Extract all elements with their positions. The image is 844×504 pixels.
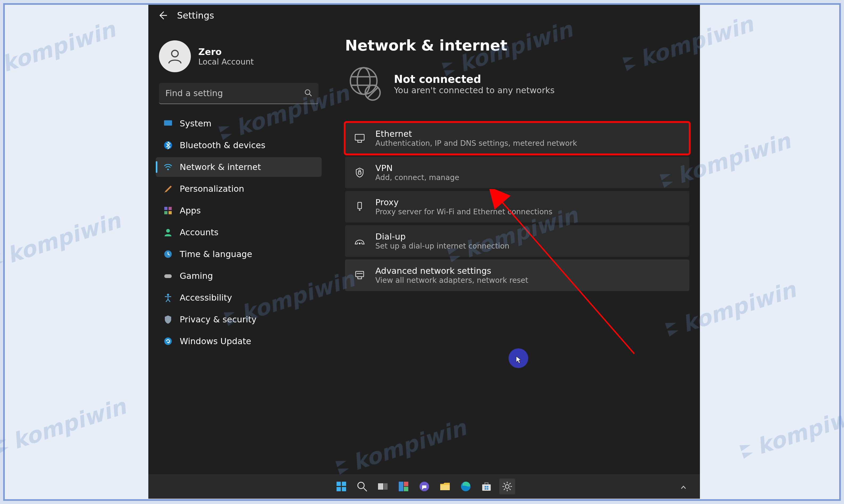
svg-point-36 bbox=[167, 294, 169, 296]
svg-rect-43 bbox=[358, 202, 362, 209]
watermark-text: kompiwin bbox=[9, 394, 129, 454]
svg-point-44 bbox=[359, 243, 360, 244]
svg-marker-22 bbox=[739, 442, 751, 451]
svg-point-52 bbox=[358, 482, 364, 489]
nav-item-accounts[interactable]: Accounts bbox=[156, 222, 322, 242]
nav-item-system[interactable]: System bbox=[156, 114, 322, 133]
ethernet-icon bbox=[354, 132, 366, 144]
row-vpn[interactable]: VPN Add, connect, manage bbox=[345, 157, 689, 188]
person-icon bbox=[163, 228, 173, 237]
svg-marker-23 bbox=[742, 449, 754, 458]
account-name: Zero bbox=[198, 47, 254, 57]
svg-marker-4 bbox=[0, 436, 7, 446]
nav-label: Bluetooth & devices bbox=[180, 140, 265, 150]
grid-icon bbox=[163, 206, 173, 215]
shield-icon bbox=[163, 315, 173, 324]
sidebar: Zero Local Account System Bluetooth & de… bbox=[154, 34, 324, 353]
svg-rect-42 bbox=[358, 172, 361, 174]
svg-point-38 bbox=[350, 68, 377, 94]
nav-item-time[interactable]: Time & language bbox=[156, 244, 322, 264]
svg-rect-59 bbox=[440, 485, 450, 490]
row-sub: Proxy server for Wi-Fi and Ethernet conn… bbox=[375, 208, 681, 216]
nav-item-network[interactable]: Network & internet bbox=[156, 157, 322, 177]
svg-marker-3 bbox=[0, 258, 4, 267]
row-sub: Set up a dial-up internet connection bbox=[375, 242, 681, 250]
taskbar-tray-chevron-icon[interactable] bbox=[680, 484, 687, 492]
svg-marker-2 bbox=[0, 251, 2, 260]
taskbar-search-icon[interactable] bbox=[354, 479, 370, 494]
taskbar-widgets-icon[interactable] bbox=[396, 479, 412, 494]
accessibility-icon bbox=[163, 293, 173, 303]
nav-label: Accessibility bbox=[180, 293, 232, 303]
taskbar-edge-icon[interactable] bbox=[458, 479, 474, 494]
watermark-text: kompiwin bbox=[754, 399, 844, 459]
search-input[interactable] bbox=[165, 88, 304, 98]
proxy-icon bbox=[354, 201, 366, 213]
nav-item-accessibility[interactable]: Accessibility bbox=[156, 288, 322, 307]
svg-rect-49 bbox=[342, 482, 346, 486]
svg-rect-57 bbox=[404, 487, 408, 491]
taskbar-start-icon[interactable] bbox=[333, 479, 349, 494]
nav-item-apps[interactable]: Apps bbox=[156, 201, 322, 220]
taskbar-taskview-icon[interactable] bbox=[375, 479, 391, 494]
nav-item-update[interactable]: Windows Update bbox=[156, 331, 322, 351]
brush-icon bbox=[163, 184, 173, 194]
search-box[interactable] bbox=[159, 83, 318, 104]
nav-label: Network & internet bbox=[180, 162, 261, 172]
svg-point-24 bbox=[172, 50, 178, 57]
row-ethernet[interactable]: Ethernet Authentication, IP and DNS sett… bbox=[345, 122, 689, 154]
nav-label: Time & language bbox=[180, 249, 252, 259]
gamepad-icon bbox=[163, 271, 173, 281]
nav-item-gaming[interactable]: Gaming bbox=[156, 266, 322, 286]
main-panel: Network & internet Not connected You are… bbox=[345, 37, 689, 294]
row-title: Dial-up bbox=[375, 232, 681, 242]
svg-rect-50 bbox=[337, 487, 341, 491]
svg-rect-31 bbox=[164, 211, 168, 214]
svg-rect-29 bbox=[164, 207, 168, 210]
row-dialup[interactable]: Dial-up Set up a dial-up internet connec… bbox=[345, 225, 689, 257]
network-status: Not connected You aren't connected to an… bbox=[345, 65, 689, 103]
svg-point-37 bbox=[164, 338, 172, 345]
cursor-icon bbox=[516, 356, 522, 364]
taskbar-chat-icon[interactable] bbox=[416, 479, 432, 494]
nav-label: Windows Update bbox=[180, 336, 251, 346]
nav-label: Accounts bbox=[180, 227, 219, 237]
nav-item-privacy[interactable]: Privacy & security bbox=[156, 310, 322, 329]
svg-point-25 bbox=[305, 90, 310, 94]
nav-label: Gaming bbox=[180, 271, 213, 281]
watermark-text: kompiwin bbox=[4, 208, 124, 268]
clock-icon bbox=[163, 249, 173, 259]
svg-rect-64 bbox=[485, 488, 486, 490]
avatar-icon bbox=[159, 40, 191, 72]
app-title: Settings bbox=[177, 10, 214, 21]
svg-rect-53 bbox=[378, 483, 383, 490]
svg-rect-48 bbox=[337, 482, 341, 486]
svg-rect-55 bbox=[399, 482, 403, 491]
taskbar bbox=[148, 474, 700, 499]
nav-item-personalization[interactable]: Personalization bbox=[156, 179, 322, 199]
row-advanced[interactable]: Advanced network settings View all netwo… bbox=[345, 259, 689, 291]
svg-rect-56 bbox=[404, 482, 408, 486]
monitor-icon bbox=[163, 119, 173, 128]
taskbar-explorer-icon[interactable] bbox=[437, 479, 453, 494]
taskbar-settings-icon[interactable] bbox=[499, 479, 515, 494]
account-block[interactable]: Zero Local Account bbox=[154, 34, 324, 83]
svg-point-39 bbox=[357, 68, 370, 94]
nav-item-bluetooth[interactable]: Bluetooth & devices bbox=[156, 136, 322, 155]
svg-rect-45 bbox=[356, 271, 364, 277]
svg-rect-63 bbox=[487, 486, 488, 488]
page-frame: kompiwin kompiwin kompiwin kompiwin komp… bbox=[3, 3, 841, 501]
svg-rect-35 bbox=[164, 274, 172, 278]
network-adapter-icon bbox=[354, 269, 366, 282]
svg-rect-26 bbox=[164, 120, 172, 126]
nav-label: System bbox=[180, 119, 211, 128]
svg-point-33 bbox=[166, 229, 170, 233]
svg-point-66 bbox=[505, 485, 509, 488]
window-topbar: Settings bbox=[148, 5, 700, 26]
settings-window: Settings Zero Local Account bbox=[148, 5, 700, 499]
taskbar-store-icon[interactable] bbox=[479, 479, 495, 494]
row-proxy[interactable]: Proxy Proxy server for Wi-Fi and Etherne… bbox=[345, 191, 689, 222]
back-icon[interactable] bbox=[158, 11, 168, 20]
watermark-text: kompiwin bbox=[0, 16, 118, 77]
dialup-icon bbox=[354, 235, 366, 247]
